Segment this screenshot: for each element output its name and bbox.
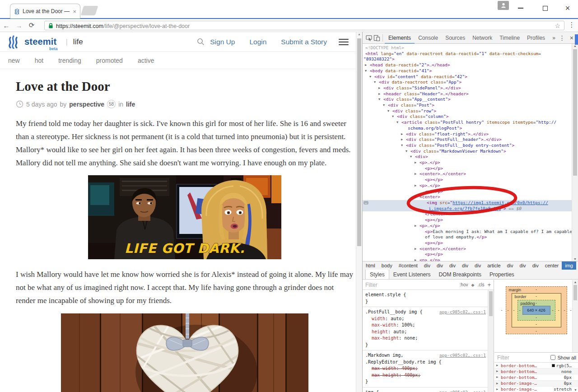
- dom-tree-line[interactable]: ▼<div id="content" data-reactid="42">: [363, 74, 572, 80]
- dom-tree-line[interactable]: schema.org/blogPost">: [363, 126, 572, 131]
- border-left-value[interactable]: -: [513, 308, 515, 313]
- scroll-down-icon[interactable]: ▼: [572, 257, 578, 261]
- breadcrumb-div[interactable]: div: [517, 261, 529, 270]
- sidebar-tab-properties[interactable]: Properties: [485, 270, 518, 279]
- site-nav-link-sign-up[interactable]: Sign Up: [210, 38, 235, 46]
- dom-tree-line[interactable]: ▼<div class="MarkdownViewer Markdown">: [363, 149, 572, 154]
- dom-tree-line[interactable]: ▼<div>: [363, 154, 572, 160]
- subnav-item-hot[interactable]: hot: [35, 57, 43, 64]
- expand-arrow-right-icon[interactable]: ▶: [415, 160, 420, 166]
- close-button[interactable]: ×: [561, 3, 574, 14]
- dom-tree-line[interactable]: <p>Each morning I ask: What am I capable…: [363, 229, 572, 235]
- style-property[interactable]: max-height: none;: [365, 335, 486, 342]
- dom-tree-line[interactable]: ▼<div class="Post">: [363, 103, 572, 108]
- forward-icon[interactable]: →: [13, 22, 25, 29]
- dom-tree-line[interactable]: ▶<div class="float-right">…</div>: [363, 131, 572, 137]
- dom-tree-line[interactable]: <p></p>: [363, 252, 572, 257]
- border-right-value[interactable]: -: [558, 308, 559, 313]
- scroll-up-icon[interactable]: ▲: [356, 33, 362, 36]
- breadcrumb-content[interactable]: #content: [396, 261, 421, 270]
- style-property[interactable]: max-width: 400px;: [365, 365, 486, 372]
- subnav-item-new[interactable]: new: [8, 57, 20, 64]
- toggle-hover-state[interactable]: :hov: [460, 282, 468, 287]
- margin-bottom-value[interactable]: -: [536, 329, 537, 333]
- dom-tree-line[interactable]: "893248322">: [363, 56, 572, 62]
- rule-selector[interactable]: .ReplyEditor__body.rte img {: [365, 359, 442, 366]
- dom-tree-line[interactable]: <p></p>: [363, 240, 572, 246]
- bookmark-star-icon[interactable]: ☆: [555, 22, 560, 29]
- stylesheet-link[interactable]: app-c985c02….css:1: [439, 389, 486, 392]
- dom-tree-line[interactable]: ▶<head data-reactid="2">…</head>: [363, 62, 572, 68]
- dom-tree-line[interactable]: ▼<div class="column">: [363, 114, 572, 120]
- brand-wrap[interactable]: steemit beta: [24, 37, 56, 47]
- dom-tree-line[interactable]: ▼<div data-reactroot class="App">: [363, 79, 572, 85]
- devtools-tab-sources[interactable]: Sources: [442, 32, 469, 44]
- expand-arrow-right-icon[interactable]: ▶: [496, 375, 501, 379]
- dom-tree-line[interactable]: <p></p>: [363, 177, 572, 183]
- box-model-content[interactable]: 640 × 426: [522, 306, 550, 315]
- expand-arrow-right-icon[interactable]: ▶: [365, 62, 370, 68]
- inspect-element-icon[interactable]: [365, 33, 373, 43]
- subnav-item-trending[interactable]: trending: [58, 57, 81, 64]
- show-all-checkbox[interactable]: [550, 355, 555, 360]
- dom-tree-line[interactable]: ▶<center>…</center>: [363, 246, 572, 252]
- browser-tab[interactable]: Love at the Door — ×: [10, 4, 80, 19]
- expand-arrow-down-icon[interactable]: ▼: [415, 194, 420, 200]
- scroll-up-icon[interactable]: ▲: [572, 44, 578, 47]
- sidebar-tab-styles[interactable]: Styles: [365, 270, 389, 279]
- devtools-tab-timeline[interactable]: Timeline: [496, 32, 523, 44]
- scroll-up-icon[interactable]: ▲: [573, 280, 578, 284]
- devtools-tab-more[interactable]: »: [549, 32, 559, 44]
- page-scrollbar[interactable]: ▲: [356, 32, 362, 392]
- post-image-wicker-heart[interactable]: [61, 313, 308, 392]
- expand-arrow-down-icon[interactable]: ▼: [378, 97, 383, 103]
- expand-arrow-right-icon[interactable]: ▶: [496, 382, 501, 385]
- expand-arrow-right-icon[interactable]: ▶: [496, 369, 501, 373]
- box-model-scrollbar[interactable]: ▲: [572, 280, 578, 352]
- expand-arrow-right-icon[interactable]: ▶: [415, 183, 420, 189]
- breadcrumb-html[interactable]: html: [363, 261, 378, 270]
- style-property[interactable]: width: auto;: [365, 316, 486, 322]
- maximize-button[interactable]: [538, 3, 552, 14]
- computed-property-row[interactable]: ▶border-image-…stretch: [494, 387, 578, 392]
- post-category[interactable]: life: [126, 101, 135, 108]
- computed-property-row[interactable]: ▶border-bottom…none: [494, 369, 578, 374]
- new-tab-button[interactable]: [81, 6, 98, 15]
- padding-top-value[interactable]: -: [536, 301, 537, 305]
- devtools-close-icon[interactable]: ×: [570, 34, 573, 42]
- breadcrumb-div[interactable]: div: [421, 261, 434, 270]
- box-model-margin[interactable]: margin - - - - - - border - - - -: [506, 286, 567, 334]
- expand-arrow-down-icon[interactable]: ▼: [374, 79, 379, 85]
- attribute-link[interactable]: https://img1.steemit.com/0x0/https://: [452, 200, 548, 205]
- computed-property-row[interactable]: ▶border-image-…0px: [494, 381, 578, 387]
- border-bottom-value[interactable]: -: [536, 322, 537, 327]
- devtools-tab-profiles[interactable]: Profiles: [523, 32, 549, 44]
- minimize-button[interactable]: [514, 3, 527, 14]
- post-image-life-got-dark[interactable]: LIFE GOT DARK.: [88, 175, 281, 259]
- expand-arrow-right-icon[interactable]: ▶: [415, 257, 420, 261]
- breadcrumb-div[interactable]: div: [459, 261, 471, 270]
- back-icon[interactable]: ←: [0, 22, 13, 29]
- dom-tree-line[interactable]: ▼<div class="PostFull__body entry-conten…: [363, 143, 572, 149]
- expand-arrow-down-icon[interactable]: ▼: [406, 149, 410, 154]
- breadcrumb-article[interactable]: article: [484, 261, 503, 270]
- reload-icon[interactable]: ⟳: [25, 21, 38, 29]
- tab-close-icon[interactable]: ×: [73, 8, 76, 15]
- margin-right-value[interactable]: -: [564, 308, 565, 313]
- dom-tree-line[interactable]: ▼<body data-reactid="41">: [363, 68, 572, 74]
- element-state-icon[interactable]: ◆: [471, 283, 474, 287]
- breadcrumb-div[interactable]: div: [529, 261, 542, 270]
- dom-tree-line[interactable]: ▶<p>…</p>: [363, 183, 572, 189]
- expand-arrow-right-icon[interactable]: ▶: [415, 223, 420, 229]
- address-bar[interactable]: https://steemit.com/life/@perspective/lo…: [44, 21, 564, 30]
- computed-property-row[interactable]: ▶border-bottom…0px: [494, 374, 578, 380]
- devtools-tab-elements[interactable]: Elements: [385, 32, 415, 44]
- post-age[interactable]: 5 days ago: [26, 101, 57, 108]
- dom-tree-line[interactable]: ▶<p>…</p>: [363, 223, 572, 229]
- computed-filter-input[interactable]: [497, 355, 547, 361]
- search-icon[interactable]: [197, 38, 205, 46]
- breadcrumb-body[interactable]: body: [378, 261, 396, 270]
- dom-tree-line[interactable]: ▼<article class="PostFull hentry" itemsc…: [363, 120, 572, 126]
- dom-tree-line[interactable]: ▶<center>…</center>: [363, 171, 572, 177]
- page-scrollbar-thumb[interactable]: [357, 38, 361, 246]
